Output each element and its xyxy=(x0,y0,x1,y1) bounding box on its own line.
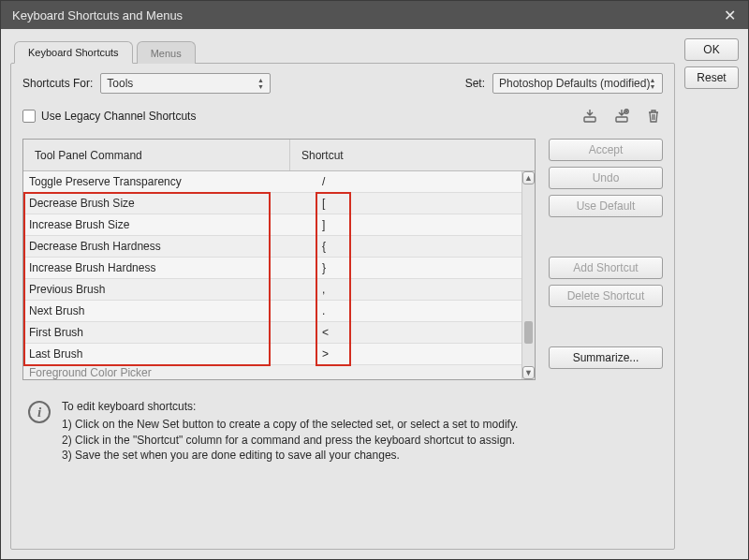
cmd-cell: Decrease Brush Hardness xyxy=(23,240,318,253)
legacy-label: Use Legacy Channel Shortcuts xyxy=(41,110,196,123)
key-cell: ] xyxy=(318,218,521,231)
accept-button[interactable]: Accept xyxy=(549,139,663,161)
undo-button[interactable]: Undo xyxy=(549,167,663,189)
dialog-window: Keyboard Shortcuts and Menus ✕ Keyboard … xyxy=(0,0,749,560)
cmd-cell: Decrease Brush Size xyxy=(23,197,318,210)
cmd-cell: Next Brush xyxy=(23,304,318,317)
cmd-cell: Last Brush xyxy=(23,347,318,361)
cmd-cell: Toggle Preserve Transparency xyxy=(23,175,318,188)
info-line-1: 1) Click on the New Set button to create… xyxy=(62,417,518,433)
add-shortcut-button[interactable]: Add Shortcut xyxy=(549,257,663,279)
tab-label: Menus xyxy=(151,48,182,59)
shortcuts-table: Tool Panel Command Shortcut Toggle Prese… xyxy=(22,139,536,380)
set-icon-bar xyxy=(580,107,663,125)
table-row[interactable]: Previous Brush , xyxy=(23,279,521,301)
cmd-cell: Previous Brush xyxy=(23,283,318,296)
summarize-button[interactable]: Summarize... xyxy=(549,346,663,369)
shortcuts-for-label: Shortcuts For: xyxy=(22,77,93,90)
scroll-thumb[interactable] xyxy=(524,321,533,344)
info-row: i To edit keyboard shortcuts: 1) Click o… xyxy=(22,399,536,464)
legacy-checkbox[interactable] xyxy=(22,110,36,123)
table-row[interactable]: First Brush < xyxy=(23,322,521,344)
select-value: Tools xyxy=(107,77,133,90)
svg-rect-1 xyxy=(616,117,627,122)
tab-menus[interactable]: Menus xyxy=(137,41,196,64)
info-text: To edit keyboard shortcuts: 1) Click on … xyxy=(62,399,518,464)
save-set-icon[interactable] xyxy=(580,107,599,125)
ok-button[interactable]: OK xyxy=(684,38,739,61)
info-line-3: 3) Save the set when you are done editin… xyxy=(62,448,518,464)
cmd-cell: Increase Brush Hardness xyxy=(23,261,318,274)
info-heading: To edit keyboard shortcuts: xyxy=(62,399,518,415)
content-row: Tool Panel Command Shortcut Toggle Prese… xyxy=(22,139,663,538)
delete-set-icon[interactable] xyxy=(644,107,663,125)
legacy-row: Use Legacy Channel Shortcuts xyxy=(22,107,663,125)
select-value: Photoshop Defaults (modified) xyxy=(499,77,650,90)
scroll-track[interactable] xyxy=(522,184,535,366)
new-set-icon[interactable] xyxy=(612,107,631,125)
table-scrollbar[interactable]: ▲ ▼ xyxy=(521,171,535,379)
left-column: Tool Panel Command Shortcut Toggle Prese… xyxy=(22,139,536,538)
tab-keyboard-shortcuts[interactable]: Keyboard Shortcuts xyxy=(14,41,133,64)
scroll-down-icon[interactable]: ▼ xyxy=(522,366,535,379)
table-header: Tool Panel Command Shortcut xyxy=(23,140,535,171)
key-cell: , xyxy=(318,283,521,296)
reset-button[interactable]: Reset xyxy=(684,66,739,89)
key-cell: [ xyxy=(318,197,521,210)
tabbar: Keyboard Shortcuts Menus xyxy=(10,38,675,63)
use-default-button[interactable]: Use Default xyxy=(549,195,663,217)
updown-icon: ▲▼ xyxy=(255,75,266,92)
info-icon: i xyxy=(28,401,51,423)
titlebar: Keyboard Shortcuts and Menus ✕ xyxy=(1,1,748,29)
key-cell: / xyxy=(318,175,521,188)
client-area: Keyboard Shortcuts Menus Shortcuts For: … xyxy=(1,29,748,559)
dialog-buttons: OK Reset xyxy=(684,38,739,550)
delete-shortcut-button[interactable]: Delete Shortcut xyxy=(549,285,663,307)
main-panel: Keyboard Shortcuts Menus Shortcuts For: … xyxy=(10,38,675,550)
key-cell: > xyxy=(318,347,521,361)
key-cell: < xyxy=(318,326,521,339)
scroll-up-icon[interactable]: ▲ xyxy=(522,171,535,184)
col-command: Tool Panel Command xyxy=(23,140,290,170)
close-button[interactable]: ✕ xyxy=(718,4,741,26)
shortcuts-for-select[interactable]: Tools ▲▼ xyxy=(100,73,271,94)
svg-rect-0 xyxy=(584,117,595,122)
table-row[interactable]: Decrease Brush Size [ xyxy=(23,193,521,214)
table-row[interactable]: Toggle Preserve Transparency / xyxy=(23,171,521,193)
key-cell: } xyxy=(318,261,521,274)
table-body: Toggle Preserve Transparency / Decrease … xyxy=(23,171,535,379)
key-cell: . xyxy=(318,304,521,317)
action-buttons: Accept Undo Use Default Add Shortcut Del… xyxy=(549,139,663,538)
col-shortcut: Shortcut xyxy=(290,149,535,162)
cmd-cell: First Brush xyxy=(23,326,318,339)
table-row[interactable]: Last Brush > xyxy=(23,344,521,365)
table-row[interactable]: Increase Brush Size ] xyxy=(23,214,521,236)
info-line-2: 2) Click in the "Shortcut" column for a … xyxy=(62,433,518,449)
cmd-cell: Foreground Color Picker xyxy=(23,366,318,379)
table-row[interactable]: Next Brush . xyxy=(23,301,521,322)
updown-icon: ▲▼ xyxy=(647,75,658,92)
table-row[interactable]: Decrease Brush Hardness { xyxy=(23,236,521,258)
top-row: Shortcuts For: Tools ▲▼ Set: Photoshop D… xyxy=(22,73,663,94)
tab-label: Keyboard Shortcuts xyxy=(28,47,119,58)
key-cell: { xyxy=(318,240,521,253)
table-row[interactable]: Foreground Color Picker xyxy=(23,365,521,379)
set-label: Set: xyxy=(465,77,485,90)
tab-panel: Shortcuts For: Tools ▲▼ Set: Photoshop D… xyxy=(10,63,675,550)
cmd-cell: Increase Brush Size xyxy=(23,218,318,231)
table-row[interactable]: Increase Brush Hardness } xyxy=(23,258,521,279)
window-title: Keyboard Shortcuts and Menus xyxy=(12,8,183,22)
set-select[interactable]: Photoshop Defaults (modified) ▲▼ xyxy=(492,73,663,94)
table-rows: Toggle Preserve Transparency / Decrease … xyxy=(23,171,521,379)
